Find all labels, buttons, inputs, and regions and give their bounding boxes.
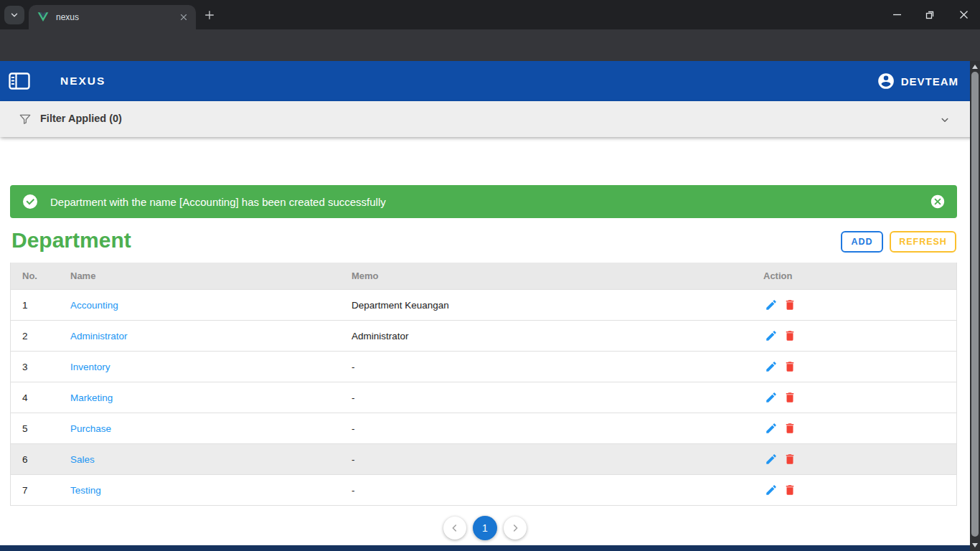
pencil-icon [765, 484, 778, 496]
department-link[interactable]: Inventory [70, 362, 110, 372]
cell-memo: - [352, 362, 763, 372]
table-row: 5 Purchase - [11, 413, 956, 444]
department-link[interactable]: Accounting [70, 300, 118, 311]
cell-memo: - [352, 485, 763, 496]
delete-button[interactable] [783, 484, 796, 496]
window-restore-button[interactable] [913, 0, 946, 29]
footer-strip [0, 545, 970, 551]
window-close-icon [959, 10, 969, 19]
chevron-right-icon [509, 522, 521, 534]
app-brand: NEXUS [60, 61, 105, 101]
edit-button[interactable] [765, 422, 778, 435]
table-row: 7 Testing - [11, 475, 956, 506]
trash-icon [783, 484, 796, 496]
edit-button[interactable] [765, 298, 778, 311]
cell-memo: - [352, 392, 763, 403]
department-link[interactable]: Purchase [70, 423, 111, 434]
delete-button[interactable] [783, 422, 796, 435]
new-tab-button[interactable] [200, 6, 219, 24]
user-name: DEVTEAM [901, 75, 958, 88]
edit-button[interactable] [765, 329, 778, 342]
restore-icon [925, 10, 935, 20]
table-header: No. Name Memo Action [11, 263, 956, 290]
edit-button[interactable] [765, 391, 778, 404]
add-button[interactable]: ADD [841, 231, 883, 253]
account-circle-icon [877, 72, 895, 90]
current-page-button[interactable]: 1 [473, 516, 497, 540]
pencil-icon [765, 391, 778, 404]
window-close-button[interactable] [947, 0, 980, 29]
cell-no: 3 [11, 362, 70, 372]
sidebar-toggle-icon[interactable] [9, 72, 30, 90]
pencil-icon [765, 329, 778, 342]
trash-icon [783, 422, 796, 435]
success-alert: Department with the name [Accounting] ha… [10, 185, 957, 218]
edit-button[interactable] [765, 453, 778, 466]
column-no: No. [11, 270, 70, 281]
table-row: 3 Inventory - [11, 352, 956, 382]
page-title: Department [11, 228, 131, 253]
vue-favicon-icon [37, 11, 49, 23]
alert-close-icon[interactable] [930, 194, 946, 209]
column-memo: Memo [352, 270, 763, 281]
filter-label: Filter Applied (0) [40, 113, 122, 124]
delete-button[interactable] [783, 453, 796, 466]
department-link[interactable]: Marketing [70, 392, 113, 403]
department-link[interactable]: Administrator [70, 331, 128, 342]
page-scrollbar[interactable] [970, 61, 980, 551]
filter-expand-chevron-icon[interactable] [938, 113, 951, 126]
cell-memo: - [352, 423, 763, 434]
table-row: 4 Marketing - [11, 382, 956, 413]
trash-icon [783, 329, 796, 342]
app-header: NEXUS DEVTEAM [0, 61, 980, 101]
department-link[interactable]: Sales [70, 454, 95, 465]
next-page-button[interactable] [504, 517, 527, 540]
pencil-icon [765, 298, 778, 311]
cell-memo: Department Keuangan [352, 300, 763, 311]
table-row: 1 Accounting Department Keuangan [11, 290, 956, 321]
table-row-hovered: 6 Sales - [11, 444, 956, 475]
browser-tab[interactable]: nexus [29, 5, 196, 29]
cell-no: 7 [11, 485, 70, 496]
column-name: Name [70, 270, 352, 281]
trash-icon [783, 360, 796, 373]
pagination: 1 [0, 515, 970, 541]
chevron-down-icon [9, 10, 19, 20]
minimize-icon [892, 10, 902, 19]
scrollbar-thumb[interactable] [971, 72, 979, 537]
scrollbar-up-arrow-icon[interactable] [972, 65, 978, 69]
cell-no: 2 [11, 331, 70, 342]
delete-button[interactable] [783, 360, 796, 373]
edit-button[interactable] [765, 360, 778, 373]
scrollbar-down-arrow-icon[interactable] [972, 543, 978, 547]
chevron-left-icon [449, 522, 461, 534]
trash-icon [783, 298, 796, 311]
window-minimize-button[interactable] [880, 0, 913, 29]
trash-icon [783, 391, 796, 404]
department-link[interactable]: Testing [70, 485, 101, 496]
cell-no: 4 [11, 392, 70, 403]
filter-funnel-icon [19, 113, 32, 126]
delete-button[interactable] [783, 298, 796, 311]
alert-message: Department with the name [Accounting] ha… [50, 196, 930, 208]
filter-panel[interactable]: Filter Applied (0) [0, 101, 980, 137]
tab-close-icon[interactable] [179, 12, 189, 22]
browser-window: nexus Not secure [0, 0, 980, 551]
user-menu[interactable]: DEVTEAM [877, 61, 958, 101]
delete-button[interactable] [783, 329, 796, 342]
pencil-icon [765, 453, 778, 466]
tab-title: nexus [56, 12, 179, 22]
tab-search-button[interactable] [4, 6, 24, 24]
refresh-button[interactable]: REFRESH [890, 231, 956, 253]
cell-memo: - [352, 454, 763, 465]
cell-no: 1 [11, 300, 70, 311]
delete-button[interactable] [783, 391, 796, 404]
cell-no: 6 [11, 454, 70, 465]
pencil-icon [765, 422, 778, 435]
previous-page-button[interactable] [443, 517, 466, 540]
plus-icon [204, 9, 215, 21]
edit-button[interactable] [765, 484, 778, 496]
check-circle-icon [22, 193, 39, 210]
pencil-icon [765, 360, 778, 373]
department-table: No. Name Memo Action 1 Accounting Depart… [10, 263, 957, 506]
